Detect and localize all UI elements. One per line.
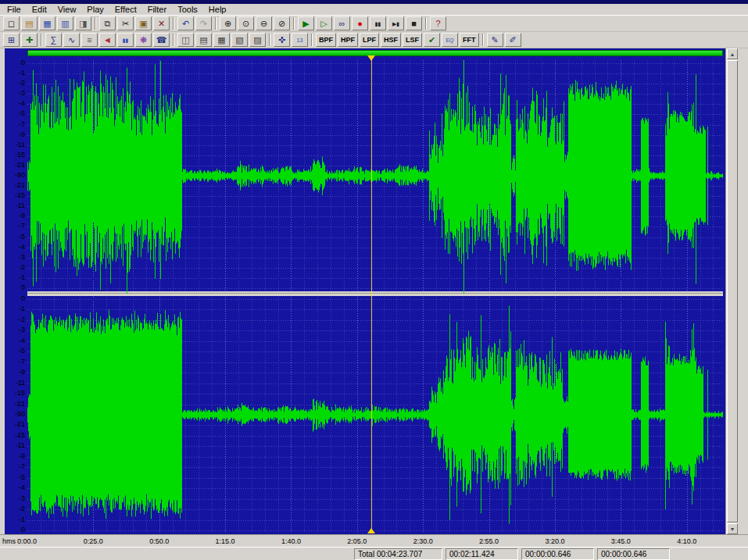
waveform-view-button[interactable]: ∿ <box>63 33 80 47</box>
statistics-button[interactable]: ∑ <box>45 33 62 47</box>
lpf-filter-button[interactable]: LPF <box>360 33 379 47</box>
menu-edit[interactable]: Edit <box>27 5 52 14</box>
effects-chain-icon: ❋ <box>140 36 147 45</box>
draw-wave-icon: ✎ <box>491 36 498 45</box>
save-as-icon: ▥ <box>61 20 69 28</box>
vertical-scrollbar[interactable]: ▲ ▼ <box>725 48 738 534</box>
marker-tool-button[interactable]: ✚ <box>21 33 38 47</box>
speaker-button[interactable]: ◄ <box>99 33 116 47</box>
marker-tool-icon: ✚ <box>26 36 33 45</box>
control-window-icon: ◫ <box>181 36 189 45</box>
playhead-marker-top[interactable] <box>367 55 375 61</box>
db-label: 0 <box>6 295 25 302</box>
db-label: -3 <box>6 254 25 261</box>
toolbar-separator <box>311 34 313 46</box>
file-info-button[interactable]: ◨ <box>75 16 91 30</box>
db-label: -90 <box>6 172 25 179</box>
bpf-filter-label: BPF <box>319 37 333 44</box>
effects-chain-button[interactable]: ❋ <box>135 33 152 47</box>
save-button[interactable]: ▦ <box>39 16 55 30</box>
hsf-filter-button[interactable]: HSF <box>381 33 401 47</box>
bpf-filter-button[interactable]: BPF <box>316 33 336 47</box>
db-label: -5 <box>6 110 25 117</box>
db-label: -3 <box>6 90 25 97</box>
play-next-button[interactable]: ▶▮ <box>388 16 404 30</box>
play-all-icon: ▷ <box>320 20 327 28</box>
redo-button[interactable]: ↷ <box>195 16 212 30</box>
scrollbar-thumb[interactable] <box>727 60 738 523</box>
fft-filter-label: FFT <box>463 37 476 44</box>
noise-reduction-button[interactable]: ✔ <box>424 33 440 47</box>
fft-filter-button[interactable]: FFT <box>460 33 479 47</box>
draw-envelope-button[interactable]: ✐ <box>505 33 521 47</box>
db-label: -4 <box>6 100 25 107</box>
pause-button[interactable]: ▮▮ <box>370 16 386 30</box>
time-ruler[interactable]: hms 0:00.00:25.00:50.01:15.01:40.02:05.0… <box>0 534 748 547</box>
db-label: -15 <box>6 192 25 199</box>
db-label: -5 <box>6 234 25 241</box>
time-label: 3:45.0 <box>611 537 631 545</box>
menu-tools[interactable]: Tools <box>172 5 203 14</box>
db-label: 0 <box>6 526 25 533</box>
redo-icon: ↷ <box>200 20 207 28</box>
play-all-button[interactable]: ▷ <box>316 16 332 30</box>
playhead-marker-bottom[interactable] <box>367 528 375 533</box>
menu-filter[interactable]: Filter <box>142 5 172 14</box>
channel-13-button[interactable]: 13 <box>292 33 308 47</box>
loop-button[interactable]: ∞ <box>334 16 350 30</box>
speaker-icon: ◄ <box>103 36 112 45</box>
waveform-canvas[interactable] <box>27 60 723 533</box>
overview-position-bar[interactable] <box>27 50 723 56</box>
bars-window-icon: ▧ <box>235 36 243 45</box>
menu-file[interactable]: File <box>2 5 27 14</box>
control-window-button[interactable]: ◫ <box>177 33 194 47</box>
zoom-normal-button[interactable]: ⊙ <box>238 16 254 30</box>
draw-wave-button[interactable]: ✎ <box>487 33 503 47</box>
paste-button[interactable]: ▣ <box>135 16 152 30</box>
scroll-down-icon[interactable]: ▼ <box>727 523 738 534</box>
bars-window-button[interactable]: ▧ <box>231 33 248 47</box>
record-button[interactable]: ● <box>352 16 368 30</box>
hpf-filter-button[interactable]: HPF <box>338 33 358 47</box>
device-controls-button[interactable]: ≡ <box>81 33 98 47</box>
spectrum-window-button[interactable]: ▦ <box>213 33 230 47</box>
db-label: 0 <box>6 59 25 66</box>
phone-button[interactable]: ☎ <box>153 33 170 47</box>
copy-button[interactable]: ⧉ <box>99 16 116 30</box>
help-book-button[interactable]: ? <box>430 16 446 30</box>
equalizer-button[interactable]: EQ <box>442 33 458 47</box>
zoom-selection-button[interactable]: ⊘ <box>274 16 290 30</box>
delete-icon: ✕ <box>158 20 165 28</box>
cut-button[interactable]: ✂ <box>117 16 134 30</box>
menu-effect[interactable]: Effect <box>109 5 142 14</box>
new-button[interactable]: ◻ <box>3 16 20 30</box>
fit-window-button[interactable]: ⊞ <box>3 33 20 47</box>
status-box: Total 00:04:23.707 <box>354 548 442 560</box>
db-label: -4 <box>6 244 25 251</box>
snap-cursor-button[interactable]: ✜ <box>274 33 290 47</box>
undo-button[interactable]: ↶ <box>177 16 194 30</box>
status-window-button[interactable]: ▨ <box>249 33 266 47</box>
level-meters-button[interactable]: ▮▮ <box>117 33 134 47</box>
zoom-in-button[interactable]: ⊕ <box>220 16 236 30</box>
status-box: 00:00:00.646 <box>521 548 594 560</box>
expression-window-icon: ▤ <box>199 36 207 45</box>
play-button[interactable]: ▶ <box>298 16 314 30</box>
db-label: -3 <box>6 495 25 502</box>
play-next-icon: ▶▮ <box>392 21 399 27</box>
menu-help[interactable]: Help <box>203 5 232 14</box>
delete-button[interactable]: ✕ <box>153 16 170 30</box>
zoom-out-button[interactable]: ⊖ <box>256 16 272 30</box>
open-button[interactable]: ▤ <box>21 16 38 30</box>
db-label: -11 <box>6 380 25 387</box>
stop-button[interactable]: ■ <box>406 16 422 30</box>
equalizer-icon: EQ <box>446 37 453 43</box>
expression-window-button[interactable]: ▤ <box>195 33 212 47</box>
scroll-up-icon[interactable]: ▲ <box>727 48 738 59</box>
toolbar-separator <box>293 17 295 30</box>
menu-play[interactable]: Play <box>81 5 109 14</box>
lsf-filter-button[interactable]: LSF <box>403 33 422 47</box>
save-as-button[interactable]: ▥ <box>57 16 73 30</box>
menu-view[interactable]: View <box>52 5 82 14</box>
channel-13-icon: 13 <box>297 37 303 43</box>
